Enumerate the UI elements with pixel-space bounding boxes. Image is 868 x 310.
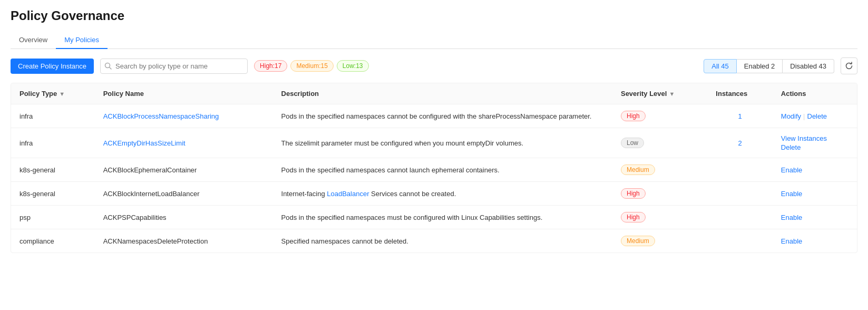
description-cell: Specified namespaces cannot be deleted. <box>273 229 612 253</box>
filter-tab-all[interactable]: All 45 <box>704 59 737 73</box>
severity-cell: High <box>612 104 707 128</box>
page-container: Policy Governance Overview My Policies C… <box>0 0 868 261</box>
th-policy-type: Policy Type ▼ <box>11 83 95 104</box>
policy-type-filter-icon[interactable]: ▼ <box>59 91 65 97</box>
description-cell: Pods in the specified namespaces must be… <box>273 206 612 229</box>
th-policy-name: Policy Name <box>95 83 273 104</box>
filter-tab-enabled[interactable]: Enabled 2 <box>737 59 783 73</box>
search-wrap <box>100 59 248 74</box>
toolbar: Create Policy Instance High:17 Medium:15… <box>11 57 857 74</box>
description-cell: The sizelimit parameter must be configur… <box>273 128 612 158</box>
table-row: k8s-generalACKBlockInternetLoadBalancerI… <box>11 182 857 206</box>
policy-table-wrap: Policy Type ▼ Policy Name Description Se… <box>11 83 857 253</box>
actions-cell: Enable <box>773 158 857 182</box>
th-instances: Instances <box>707 83 772 104</box>
policy-name-link[interactable]: ACKBlockProcessNamespaceSharing <box>103 112 219 120</box>
instances-cell <box>707 182 772 206</box>
severity-badge: Medium <box>621 236 655 246</box>
description-cell: Pods in the specified namespaces cannot … <box>273 158 612 182</box>
create-policy-instance-button[interactable]: Create Policy Instance <box>11 59 94 74</box>
tab-overview[interactable]: Overview <box>11 32 56 49</box>
policy-name-cell: ACKNamespacesDeleteProtection <box>95 229 273 253</box>
description-cell: Internet-facing LoadBalancer Services ca… <box>273 182 612 206</box>
policy-name-link[interactable]: ACKEmptyDirHasSizeLimit <box>103 139 186 147</box>
th-description: Description <box>273 83 612 104</box>
table-row: pspACKPSPCapabilitiesPods in the specifi… <box>11 206 857 229</box>
refresh-icon <box>845 62 853 70</box>
policy-type-cell: k8s-general <box>11 182 95 206</box>
table-row: infraACKEmptyDirHasSizeLimitThe sizelimi… <box>11 128 857 158</box>
page-title: Policy Governance <box>11 8 857 23</box>
severity-badge: Medium <box>621 164 655 175</box>
table-row: infraACKBlockProcessNamespaceSharingPods… <box>11 104 857 128</box>
policy-type-cell: infra <box>11 104 95 128</box>
table-row: k8s-generalACKBlockEphemeralContainerPod… <box>11 158 857 182</box>
severity-badges: High:17 Medium:15 Low:13 <box>254 60 368 72</box>
search-input[interactable] <box>100 59 248 74</box>
severity-filter-icon[interactable]: ▼ <box>669 91 675 97</box>
instances-cell <box>707 158 772 182</box>
action-enable[interactable]: Enable <box>781 237 802 245</box>
tab-bar: Overview My Policies <box>11 32 857 49</box>
severity-badge: High <box>621 212 646 222</box>
severity-cell: High <box>612 182 707 206</box>
filter-tabs: All 45 Enabled 2 Disabled 43 <box>704 59 834 73</box>
table-row: complianceACKNamespacesDeleteProtectionS… <box>11 229 857 253</box>
policy-type-cell: psp <box>11 206 95 229</box>
low-badge: Low:13 <box>337 60 369 72</box>
instances-cell <box>707 229 772 253</box>
policy-type-cell: compliance <box>11 229 95 253</box>
policy-name-cell: ACKEmptyDirHasSizeLimit <box>95 128 273 158</box>
instances-cell: 2 <box>707 128 772 158</box>
severity-cell: High <box>612 206 707 229</box>
policy-table: Policy Type ▼ Policy Name Description Se… <box>11 83 857 253</box>
policy-type-cell: infra <box>11 128 95 158</box>
severity-cell: Low <box>612 128 707 158</box>
instances-cell <box>707 206 772 229</box>
refresh-button[interactable] <box>841 57 857 74</box>
instances-link[interactable]: 1 <box>738 112 742 120</box>
severity-badge: High <box>621 188 646 199</box>
policy-name-cell: ACKBlockEphemeralContainer <box>95 158 273 182</box>
svg-line-1 <box>110 67 112 70</box>
policy-name-cell: ACKPSPCapabilities <box>95 206 273 229</box>
severity-badge: Low <box>621 138 644 148</box>
description-cell: Pods in the specified namespaces cannot … <box>273 104 612 128</box>
table-header-row: Policy Type ▼ Policy Name Description Se… <box>11 83 857 104</box>
actions-cell: Enable <box>773 182 857 206</box>
severity-cell: Medium <box>612 158 707 182</box>
policy-name-cell: ACKBlockInternetLoadBalancer <box>95 182 273 206</box>
filter-tab-disabled[interactable]: Disabled 43 <box>783 59 834 73</box>
search-icon <box>104 62 112 70</box>
policy-type-cell: k8s-general <box>11 158 95 182</box>
tab-my-policies[interactable]: My Policies <box>56 32 108 49</box>
medium-badge: Medium:15 <box>290 60 333 72</box>
th-actions: Actions <box>773 83 857 104</box>
actions-cell: View InstancesDelete <box>773 128 857 158</box>
action-delete[interactable]: Delete <box>781 143 801 151</box>
th-severity-level: Severity Level ▼ <box>612 83 707 104</box>
high-badge: High:17 <box>254 60 287 72</box>
instances-link[interactable]: 2 <box>738 139 742 147</box>
action-enable[interactable]: Enable <box>781 190 802 198</box>
actions-cell: Enable <box>773 229 857 253</box>
instances-cell: 1 <box>707 104 772 128</box>
action-enable[interactable]: Enable <box>781 166 802 174</box>
action-delete[interactable]: Delete <box>807 112 827 120</box>
action-view-instances[interactable]: View Instances <box>781 134 827 142</box>
action-modify[interactable]: Modify <box>781 112 801 120</box>
actions-cell: Modify|Delete <box>773 104 857 128</box>
actions-cell: Enable <box>773 206 857 229</box>
action-divider: | <box>803 112 805 120</box>
severity-cell: Medium <box>612 229 707 253</box>
policy-name-cell: ACKBlockProcessNamespaceSharing <box>95 104 273 128</box>
severity-badge: High <box>621 111 646 121</box>
action-enable[interactable]: Enable <box>781 214 802 221</box>
